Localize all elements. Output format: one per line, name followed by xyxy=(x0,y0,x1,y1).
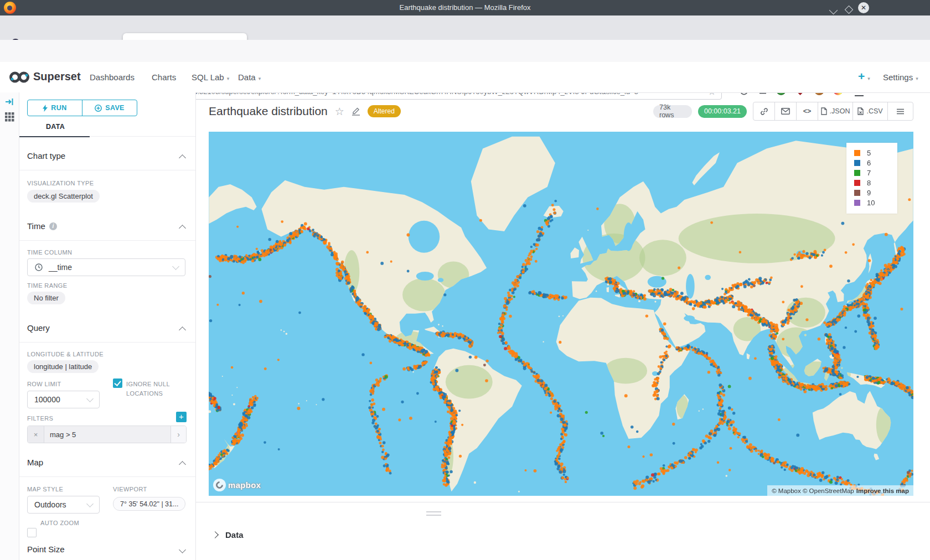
time-column-label: TIME COLUMN xyxy=(27,249,72,256)
lightning-icon xyxy=(43,105,48,112)
nav-data[interactable]: Data▾ xyxy=(238,72,261,82)
chevron-down-icon: ▾ xyxy=(916,76,918,81)
chevron-up-icon[interactable] xyxy=(179,225,186,232)
file-icon xyxy=(857,107,864,115)
chevron-down-icon xyxy=(86,395,94,402)
run-save-group: RUN SAVE xyxy=(27,100,137,116)
altered-badge[interactable]: Altered xyxy=(368,105,401,117)
settings-menu[interactable]: Settings▾ xyxy=(883,72,918,82)
chevron-right-icon xyxy=(211,531,219,538)
superset-logo-icon[interactable] xyxy=(9,70,30,85)
minimize-button[interactable] xyxy=(830,6,836,15)
firefox-logo-icon xyxy=(4,2,16,14)
time-column-select[interactable]: __time xyxy=(27,258,185,276)
datasource-grid-icon[interactable] xyxy=(5,112,14,122)
row-count-badge: 73k rows xyxy=(653,105,692,118)
window-title: Earthquake distribution — Mozilla Firefo… xyxy=(0,0,930,15)
time-range-label: TIME RANGE xyxy=(27,282,67,289)
clock-icon xyxy=(35,263,43,271)
chart-header: Earthquake distribution ☆ Altered xyxy=(209,102,401,121)
attribution-text[interactable]: © Mapbox © OpenStreetMap xyxy=(772,488,854,494)
copy-link-button[interactable] xyxy=(753,102,774,120)
map-canvas[interactable] xyxy=(209,132,913,496)
edit-properties-icon[interactable] xyxy=(352,107,360,116)
info-icon: i xyxy=(49,222,57,230)
close-button[interactable]: ✕ xyxy=(858,2,869,13)
mapbox-logo-icon xyxy=(213,479,226,491)
export-csv-button[interactable]: .CSV xyxy=(852,102,887,120)
map-style-label: MAP STYLE xyxy=(27,486,63,492)
menu-lines-icon xyxy=(896,108,905,115)
remove-filter-icon[interactable]: × xyxy=(28,426,44,443)
row-limit-label: ROW LIMIT xyxy=(27,381,61,387)
legend-row[interactable]: 7 xyxy=(854,168,897,178)
time-range-chip[interactable]: No filter xyxy=(27,292,65,304)
ignore-null-label: IGNORE NULL LOCATIONS xyxy=(126,380,182,398)
nav-sql-lab[interactable]: SQL Lab▾ xyxy=(192,72,229,82)
legend-label: 9 xyxy=(867,189,871,197)
results-collapse-row[interactable]: Data xyxy=(213,527,244,542)
chart-actions-group: <> .JSON .CSV xyxy=(753,102,913,121)
mapbox-logo[interactable]: mapbox xyxy=(213,479,261,491)
embed-code-button[interactable]: <> xyxy=(796,102,818,120)
panel-drag-handle[interactable] xyxy=(426,511,441,516)
legend-swatch xyxy=(854,170,860,176)
section-point-size[interactable]: Point Size xyxy=(27,545,65,554)
map-container[interactable]: 5678910 mapbox © Mapbox © OpenStreetMap … xyxy=(209,132,913,496)
map-style-select[interactable]: Outdoors xyxy=(27,496,100,514)
chevron-down-icon: ▾ xyxy=(227,76,230,81)
filter-text[interactable]: mag > 5 xyxy=(44,426,170,443)
export-json-button[interactable]: .JSON xyxy=(818,102,852,120)
legend-entries: 5678910 xyxy=(854,148,897,208)
favorite-star-icon[interactable]: ☆ xyxy=(335,105,344,118)
section-chart-type[interactable]: Chart type xyxy=(27,151,65,160)
ignore-null-checkbox[interactable] xyxy=(113,378,122,388)
chevron-up-icon[interactable] xyxy=(179,326,186,334)
tab-data[interactable]: DATA xyxy=(46,123,65,131)
viz-type-chip[interactable]: deck.gl Scatterplot xyxy=(27,190,100,203)
legend-label: 6 xyxy=(867,159,871,167)
legend-row[interactable]: 9 xyxy=(854,188,897,198)
legend-row[interactable]: 8 xyxy=(854,178,897,188)
section-time[interactable]: Time i xyxy=(27,221,57,231)
improve-map-link[interactable]: Improve this map xyxy=(856,488,909,494)
legend-row[interactable]: 5 xyxy=(854,148,897,158)
filter-chip[interactable]: × mag > 5 › xyxy=(27,426,187,443)
section-map[interactable]: Map xyxy=(27,458,43,467)
auto-zoom-checkbox[interactable] xyxy=(27,528,37,537)
window-titlebar: Earthquake distribution — Mozilla Firefo… xyxy=(0,0,930,15)
nav-dashboards[interactable]: Dashboards xyxy=(90,72,135,82)
filters-label: FILTERS xyxy=(27,415,53,422)
chart-menu-button[interactable] xyxy=(887,102,913,120)
map-legend: 5678910 xyxy=(846,143,897,214)
add-new-button[interactable]: +▾ xyxy=(858,70,870,83)
legend-row[interactable]: 10 xyxy=(854,198,897,208)
chevron-up-icon[interactable] xyxy=(179,461,186,468)
auto-zoom-label: AUTO ZOOM xyxy=(40,520,79,526)
add-filter-button[interactable]: + xyxy=(176,412,187,422)
email-button[interactable] xyxy=(774,102,796,120)
browser-toolbar: ← → 172.18.0.3:32108/superset/explore/?f… xyxy=(0,40,930,63)
lonlat-chip[interactable]: longitude | latitude xyxy=(27,360,99,373)
brand-name[interactable]: Superset xyxy=(33,70,81,83)
row-limit-select[interactable]: 100000 xyxy=(27,391,100,408)
nav-charts[interactable]: Charts xyxy=(152,72,176,82)
expand-datasource-icon[interactable] xyxy=(5,97,14,106)
viewport-chip[interactable]: 7° 35' 54.02" | 31... xyxy=(113,497,185,511)
save-button[interactable]: SAVE xyxy=(82,100,137,116)
chart-title[interactable]: Earthquake distribution xyxy=(209,105,328,118)
chevron-up-icon[interactable] xyxy=(179,154,186,162)
file-icon xyxy=(821,107,827,115)
expand-filter-icon[interactable]: › xyxy=(170,426,186,443)
legend-row[interactable]: 6 xyxy=(854,158,897,168)
legend-swatch xyxy=(854,190,860,196)
section-query[interactable]: Query xyxy=(27,323,50,333)
maximize-button[interactable] xyxy=(846,5,852,15)
results-panel-label: Data xyxy=(225,530,244,540)
legend-swatch xyxy=(854,200,860,206)
chevron-down-icon[interactable] xyxy=(179,546,186,553)
run-button[interactable]: RUN xyxy=(28,100,82,116)
link-icon xyxy=(760,107,768,116)
chevron-down-icon: ▾ xyxy=(867,76,870,81)
map-attribution: © Mapbox © OpenStreetMap Improve this ma… xyxy=(767,485,913,496)
